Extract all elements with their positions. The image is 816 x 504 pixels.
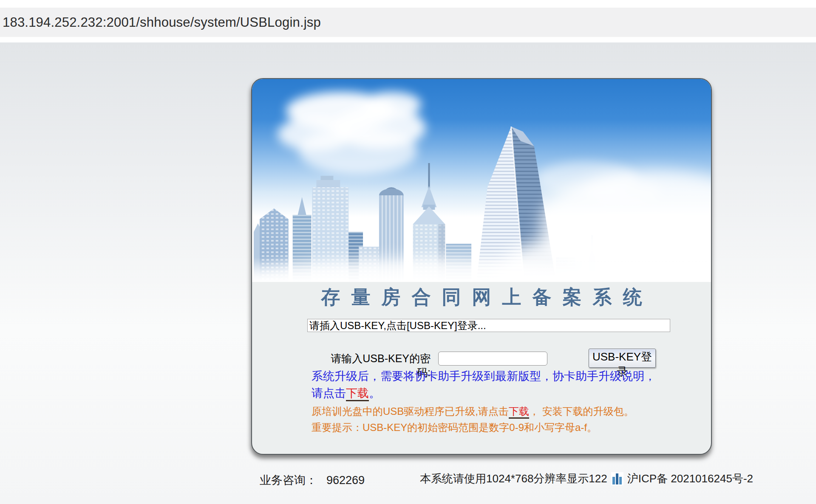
driver-notice-prefix: 原培训光盘中的USB驱动程序已升级,请点击 [312,405,509,417]
driver-notice-suffix: ， 安装下载的升级包。 [529,405,634,417]
icp-text: 沪ICP备 2021016245号-2 [627,471,753,486]
usbkey-login-button[interactable]: USB-KEY登录 [589,349,656,368]
blue-bars-logo-icon [611,472,623,485]
driver-notice-line: 原培训光盘中的USB驱动程序已升级,请点击下载， 安装下载的升级包。 [312,405,634,418]
system-title: 存量房合同网上备案系统 [252,284,711,310]
url-text: 183.194.252.232:2001/shhouse/system/USBL… [3,15,321,30]
password-input[interactable] [438,352,547,366]
address-bar[interactable]: 183.194.252.232:2001/shhouse/system/USBL… [0,8,816,37]
download-link-driver[interactable]: 下载 [509,405,529,419]
city-skyline-image [252,79,711,282]
download-link-upgrade[interactable]: 下载 [346,387,369,401]
footer-service: 业务咨询： 962269 [260,473,365,488]
upgrade-notice-suffix: 。 [369,387,380,400]
upgrade-notice-line1: 系统升级后，需要将协卡助手升级到最新版型，协卡助手升级说明， [312,369,656,384]
upgrade-notice-prefix: 请点击 [312,387,346,400]
footer-info: 本系统请使用1024*768分辨率显示122 沪ICP备 2021016245号… [420,471,753,486]
service-number: 962269 [326,474,365,487]
service-label: 业务咨询： [260,473,317,488]
password-label: 请输入USB-KEY的密码: [320,352,431,366]
upgrade-notice-text: 系统升级后，需要将协卡助手升级到最新版型，协卡助手升级说明， [312,370,656,383]
resolution-text: 本系统请使用1024*768分辨率显示122 [420,471,607,486]
upgrade-notice-line2: 请点击下载。 [312,386,380,401]
login-card: 存量房合同网上备案系统 请输入USB-KEY的密码: USB-KEY登录 系统升… [251,78,712,455]
usbkey-status-input[interactable] [307,319,670,332]
important-tip: 重要提示：USB-KEY的初始密码范围是数字0-9和小写字母a-f。 [312,421,597,434]
